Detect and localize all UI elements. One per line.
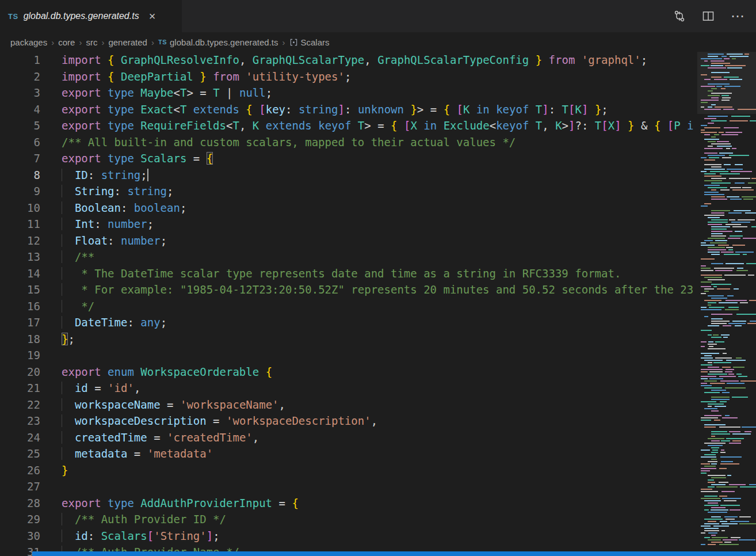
minimap-line	[701, 134, 756, 135]
code-line[interactable]: 24 createdTime = 'createdTime',	[0, 429, 756, 446]
code-line[interactable]: 29 /** Auth Provider ID */	[0, 511, 756, 528]
code-line[interactable]: 27	[0, 478, 756, 495]
minimap-segment	[711, 254, 720, 255]
line-number[interactable]: 21	[0, 380, 40, 397]
minimap-line	[701, 65, 756, 66]
breadcrumb-item-scalars[interactable]: Scalars	[289, 37, 330, 47]
code-token: :	[121, 201, 134, 214]
code-line[interactable]: 7export type Scalars = {	[0, 150, 756, 167]
line-number[interactable]: 9	[0, 183, 40, 200]
code-line[interactable]: 18};	[0, 331, 756, 348]
code-line[interactable]: 19	[0, 347, 756, 364]
line-number[interactable]: 10	[0, 200, 40, 216]
code-token: export	[62, 497, 108, 509]
line-number[interactable]: 27	[0, 478, 40, 495]
code-line[interactable]: 10 Boolean: boolean;	[0, 200, 756, 216]
line-number[interactable]: 13	[0, 249, 40, 265]
code-line[interactable]: 17 DateTime: any;	[0, 314, 756, 331]
minimap-segment	[708, 521, 716, 522]
minimap-segment	[723, 109, 734, 110]
code-line[interactable]: 11 Int: number;	[0, 216, 756, 233]
line-number[interactable]: 29	[0, 511, 40, 528]
line-number[interactable]: 11	[0, 216, 40, 233]
open-changes-icon[interactable]	[673, 10, 686, 22]
line-number[interactable]: 5	[0, 117, 40, 134]
minimap-line	[701, 364, 756, 365]
minimap-segment	[710, 242, 727, 243]
code-line[interactable]: 25 metadata = 'metadata'	[0, 445, 756, 462]
line-number[interactable]: 20	[0, 364, 40, 380]
code-line[interactable]: 3export type Maybe<T> = T | null;	[0, 85, 756, 101]
minimap-line	[701, 410, 756, 412]
code-line[interactable]: 6/** All built-in and custom scalars, ma…	[0, 134, 756, 151]
code-line[interactable]: 12 Float: number;	[0, 233, 756, 249]
code-line[interactable]: 20export enum WorkspaceOrderable {	[0, 364, 756, 380]
code-area[interactable]: 1import { GraphQLResolveInfo, GraphQLSca…	[0, 52, 756, 556]
code-line[interactable]: 2import { DeepPartial } from 'utility-ty…	[0, 68, 756, 85]
code-token: 'createdTime'	[167, 431, 253, 444]
breadcrumb-item-packages[interactable]: packages	[10, 37, 47, 47]
line-number[interactable]: 30	[0, 528, 40, 544]
code-line[interactable]: 30 id: Scalars['String'];	[0, 528, 756, 544]
minimap-line	[701, 321, 756, 322]
code-line[interactable]: 16 */	[0, 298, 756, 315]
line-number[interactable]: 3	[0, 85, 40, 101]
code-line[interactable]: 9 String: string;	[0, 183, 756, 200]
tab-global-db-types-generated-ts[interactable]: TS global.db.types.generated.ts ×	[0, 0, 182, 32]
minimap[interactable]	[697, 52, 756, 556]
line-number[interactable]: 15	[0, 281, 40, 298]
line-number[interactable]: 12	[0, 233, 40, 249]
code-line[interactable]: 22 workspaceName = 'workspaceName',	[0, 397, 756, 413]
line-number[interactable]: 1	[0, 52, 40, 68]
line-number[interactable]: 26	[0, 462, 40, 479]
line-number[interactable]: 6	[0, 134, 40, 151]
minimap-segment	[725, 65, 746, 66]
code-line[interactable]: 13 /**	[0, 249, 756, 265]
breadcrumb-item-global-db-types-generated-ts[interactable]: TSglobal.db.types.generated.ts	[158, 37, 278, 47]
line-number[interactable]: 17	[0, 314, 40, 331]
split-editor-icon[interactable]	[702, 10, 715, 22]
line-number[interactable]: 25	[0, 445, 40, 462]
line-number[interactable]: 23	[0, 413, 40, 429]
line-number[interactable]: 7	[0, 150, 40, 167]
line-number[interactable]: 14	[0, 265, 40, 282]
line-number[interactable]: 4	[0, 101, 40, 118]
code-token: <	[173, 103, 180, 116]
minimap-segment	[739, 539, 755, 540]
line-number[interactable]: 2	[0, 68, 40, 85]
breadcrumb-item-generated[interactable]: generated	[108, 37, 147, 47]
line-number[interactable]: 16	[0, 298, 40, 315]
breadcrumb-item-src[interactable]: src	[86, 37, 97, 47]
breadcrumb: packages›core›src›generated›TSglobal.db.…	[0, 32, 756, 52]
minimap-segment	[733, 367, 744, 368]
line-number[interactable]: 24	[0, 429, 40, 446]
code-line[interactable]: 4export type Exact<T extends { [key: str…	[0, 101, 756, 118]
code-token: {	[292, 497, 298, 509]
line-number[interactable]: 22	[0, 397, 40, 413]
code-line[interactable]: 26}	[0, 462, 756, 479]
minimap-segment	[701, 341, 707, 342]
line-number[interactable]: 8	[0, 167, 40, 184]
code-editor[interactable]: 1import { GraphQLResolveInfo, GraphQLSca…	[0, 52, 756, 556]
minimap-line	[701, 254, 756, 255]
code-line[interactable]: 14 * The DateTime scalar type represents…	[0, 265, 756, 282]
minimap-line	[701, 252, 756, 253]
minimap-segment	[701, 525, 711, 527]
minimap-segment	[701, 268, 711, 269]
minimap-segment	[704, 530, 719, 531]
minimap-segment	[704, 164, 721, 165]
code-line[interactable]: 21 id = 'id',	[0, 380, 756, 397]
line-number[interactable]: 28	[0, 495, 40, 512]
tab-close-icon[interactable]: ×	[149, 10, 156, 22]
line-number[interactable]: 19	[0, 347, 40, 364]
code-line[interactable]: 1import { GraphQLResolveInfo, GraphQLSca…	[0, 52, 756, 68]
more-actions-icon[interactable]: ⋯	[731, 13, 744, 19]
breadcrumb-item-core[interactable]: core	[58, 37, 75, 47]
code-line[interactable]: 5export type RequireFields<T, K extends …	[0, 117, 756, 134]
line-number[interactable]: 18	[0, 331, 40, 348]
code-line[interactable]: 15 * For example: "1985-04-12T23:20:50.5…	[0, 281, 756, 298]
code-line[interactable]: 28export type AddAuthProviderInput = {	[0, 495, 756, 512]
code-line[interactable]: 23 workspaceDescription = 'workspaceDesc…	[0, 413, 756, 429]
code-line[interactable]: 8 ID: string;	[0, 167, 756, 184]
minimap-segment	[727, 295, 734, 296]
